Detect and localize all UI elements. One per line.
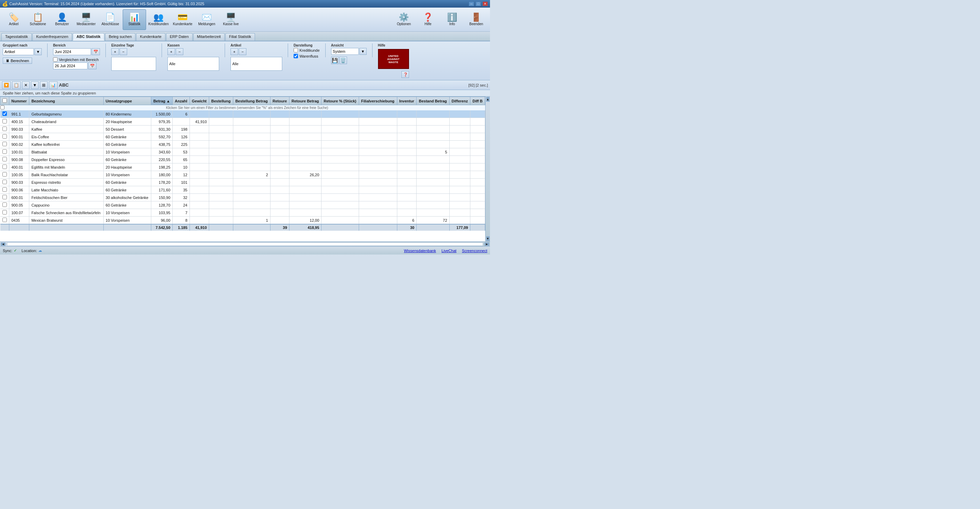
tb2-dropdown-btn[interactable]: ▼ — [31, 81, 38, 89]
toolbar-hilfe[interactable]: ❓ Hilfe — [416, 9, 440, 30]
toolbar-schablone[interactable]: 📋 Schablone — [26, 9, 49, 30]
table-row[interactable]: 900.06Latte Macchiato60 Getränke171,6035 — [0, 186, 485, 194]
select-all-checkbox[interactable] — [2, 98, 7, 103]
screenconnect-link[interactable]: Screenconnect — [462, 249, 487, 253]
row-checkbox[interactable] — [2, 180, 7, 184]
table-row[interactable]: 400.15Chateaubriand20 Hauptspeise979,354… — [0, 118, 485, 126]
toolbar-kasse-live[interactable]: 🖥️ Kasse live — [219, 9, 243, 30]
horizontal-scrollbar[interactable]: ◄ ► — [0, 241, 490, 246]
chart-btn[interactable]: 📊 — [49, 81, 57, 89]
ansicht-delete-btn[interactable]: 🗑️ — [339, 57, 347, 64]
table-row[interactable]: 100.07Falsche Schnecken aus Rindsfiletwü… — [0, 209, 485, 217]
table-row[interactable]: 0435Mexican Bratwurst10 Vorspeisen96,008… — [0, 217, 485, 225]
scroll-left-btn[interactable]: ◄ — [1, 243, 5, 246]
col-bestellung[interactable]: Bestellung — [209, 97, 233, 105]
table-row[interactable]: 100.05Balik Rauchlachstatar10 Vorspeisen… — [0, 171, 485, 179]
scroll-down-btn[interactable]: ▼ — [486, 236, 490, 241]
filter-checkbox[interactable] — [0, 105, 5, 110]
einzelne-tage-add-btn[interactable]: + — [111, 48, 119, 55]
row-checkbox[interactable] — [2, 203, 7, 207]
col-retoure-stueck[interactable]: Retoure % (Stück) — [321, 97, 359, 105]
filter-hint-cell[interactable]: Klicken Sie hier um einen Filter zu best… — [9, 105, 485, 111]
toolbar-meldungen[interactable]: ✉️ Meldungen — [195, 9, 218, 30]
col-retoure[interactable]: Retoure — [270, 97, 289, 105]
col-bestand-betrag[interactable]: Bestand Betrag — [417, 97, 449, 105]
col-betrag[interactable]: Betrag ▲ — [151, 97, 172, 105]
row-checkbox[interactable] — [2, 172, 7, 177]
row-checkbox[interactable] — [2, 195, 7, 199]
close-button[interactable]: ✕ — [482, 2, 488, 6]
einzelne-tage-area[interactable] — [111, 57, 156, 71]
clear-btn[interactable]: ✕ — [22, 81, 30, 89]
table-row[interactable]: 991.1Geburtstagsmenu80 Kindermenu1.500,0… — [0, 110, 485, 118]
row-checkbox[interactable] — [2, 149, 7, 154]
toolbar-kundenkarte[interactable]: 💳 Kundenkarte — [171, 9, 194, 30]
artikel-value-area[interactable]: Alle — [231, 57, 282, 71]
einzelne-tage-remove-btn[interactable]: − — [119, 48, 127, 55]
toolbar-benutzer[interactable]: 👤 Benutzer — [50, 9, 74, 30]
col-differenz[interactable]: Differenz — [449, 97, 470, 105]
tab-erp-daten[interactable]: ERP Daten — [166, 33, 192, 41]
tab-tagesstatistik[interactable]: Tagesstatistik — [2, 33, 32, 41]
table-row[interactable]: 900.05Cappucino60 Getränke128,7024 — [0, 201, 485, 209]
scroll-right-btn[interactable]: ► — [485, 243, 489, 246]
title-bar-controls[interactable]: ─ □ ✕ — [469, 2, 488, 6]
berechnen-button[interactable]: 🖩 Berechnen — [3, 57, 32, 64]
warenfluss-checkbox[interactable] — [294, 54, 298, 58]
scroll-up-btn[interactable]: ▲ — [486, 97, 490, 102]
artikel-add-btn[interactable]: + — [231, 48, 238, 55]
table-row[interactable]: 900.02Kaffee koffeinfrei60 Getränke438,7… — [0, 141, 485, 148]
scroll-thumb[interactable] — [7, 243, 483, 246]
row-checkbox[interactable] — [2, 187, 7, 192]
table-row[interactable]: 100.01Blattsalat10 Vorspeisen343,60535 — [0, 148, 485, 156]
tab-mitarbeiterzeit[interactable]: Mitarbeiterzeit — [193, 33, 225, 41]
toolbar-artikel[interactable]: 🏷️ Artikel — [2, 9, 25, 30]
toolbar-mediacenter[interactable]: 🖥️ Mediacenter — [75, 9, 98, 30]
col-retoure-betrag[interactable]: Retoure Betrag — [290, 97, 321, 105]
hilfe-question-btn[interactable]: ❓ — [401, 71, 409, 78]
vergleich-calendar-btn[interactable]: 📅 — [88, 62, 97, 69]
tab-kundenkarte[interactable]: Kundenkarte — [136, 33, 165, 41]
ansicht-save-btn[interactable]: 💾 — [331, 57, 339, 64]
table-row[interactable]: 900.01Eis-Coffee60 Getränke592,70126 — [0, 133, 485, 141]
vergleich-date-input[interactable] — [53, 62, 88, 69]
tab-kundenfrequenzen[interactable]: Kundenfrequenzen — [32, 33, 72, 41]
col-diff-b[interactable]: Diff B — [470, 97, 485, 105]
row-checkbox[interactable] — [2, 164, 7, 169]
maximize-button[interactable]: □ — [476, 2, 481, 6]
toolbar-kreditkunden[interactable]: 👥 Kreditkunden — [147, 9, 170, 30]
col-filialverschiebung[interactable]: Filialverschie­bung — [359, 97, 397, 105]
tab-filial-statistik[interactable]: Filial Statistik — [225, 33, 255, 41]
tab-abc-statistik[interactable]: ABC Statistik — [73, 33, 104, 41]
toolbar-info[interactable]: ℹ️ Info — [441, 9, 464, 30]
grid-btn[interactable]: ⊞ — [40, 81, 48, 89]
row-checkbox[interactable] — [2, 218, 7, 222]
gruppiert-nach-input[interactable] — [3, 48, 34, 55]
artikel-remove-btn[interactable]: − — [239, 48, 247, 55]
kreditkunde-checkbox[interactable] — [294, 48, 298, 53]
ansicht-input[interactable] — [331, 48, 359, 55]
gruppiert-nach-dropdown-btn[interactable]: ▼ — [35, 48, 42, 55]
minimize-button[interactable]: ─ — [469, 2, 474, 6]
toolbar-statistik[interactable]: 📊 Statistik — [123, 9, 146, 30]
toolbar-optionen[interactable]: ⚙️ Optionen — [392, 9, 415, 30]
col-umsatzgruppe[interactable]: Umsatzgruppe — [103, 97, 151, 105]
toolbar-beenden[interactable]: 🚪 Beenden — [465, 9, 488, 30]
col-gewicht[interactable]: Gewicht — [189, 97, 209, 105]
col-anzahl[interactable]: Anzahl — [173, 97, 189, 105]
vergleichen-checkbox[interactable] — [53, 57, 57, 62]
row-checkbox[interactable] — [2, 142, 7, 146]
vertical-scrollbar[interactable]: ▲ ▼ — [485, 97, 490, 241]
wissensdatenbank-link[interactable]: Wissensdatenbank — [404, 249, 436, 253]
copy-btn[interactable]: 📋 — [12, 81, 21, 89]
livechat-link[interactable]: LiveChat — [441, 249, 456, 253]
table-row[interactable]: 400.01Eglifilts mit Mandeln20 Hauptspeis… — [0, 163, 485, 171]
row-checkbox[interactable] — [2, 157, 7, 161]
toolbar-abschluesse[interactable]: 📄 Abschlüsse — [99, 9, 122, 30]
col-inventur[interactable]: Inventur — [397, 97, 417, 105]
filter-btn[interactable]: 🔽 — [2, 81, 11, 89]
table-row[interactable]: 990.03Kaffee50 Dessert931,30198 — [0, 126, 485, 133]
table-row[interactable]: 900.08Doppelter Espresso60 Getränke220,5… — [0, 156, 485, 163]
table-row[interactable]: 900.03Espresso ristretto60 Getränke178,2… — [0, 179, 485, 186]
bereich-calendar-btn[interactable]: 📅 — [92, 48, 100, 55]
